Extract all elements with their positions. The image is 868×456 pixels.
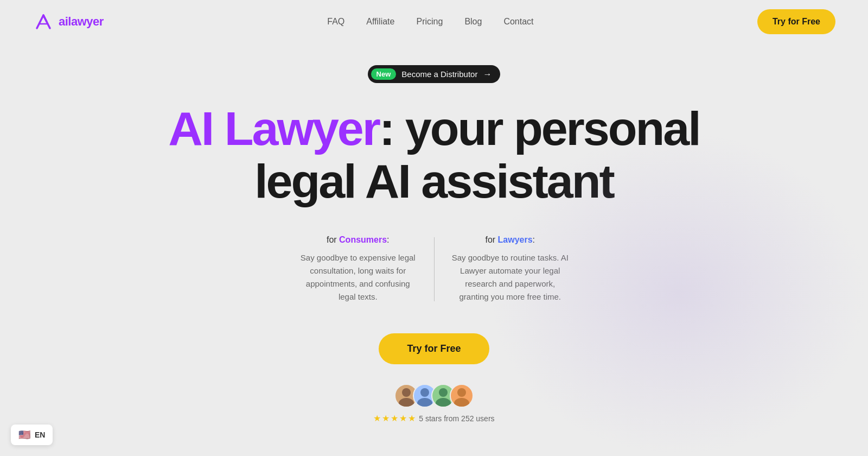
language-selector[interactable]: 🇺🇸 EN	[11, 425, 53, 445]
logo[interactable]: ailawyer	[33, 11, 104, 33]
headline-title: AI Lawyer: your personal legal AI assist…	[168, 103, 699, 208]
main-content: New Become a Distributor → AI Lawyer: yo…	[0, 43, 868, 423]
headline-part3: legal AI assistant	[254, 154, 614, 208]
headline: AI Lawyer: your personal legal AI assist…	[168, 103, 699, 208]
nav-links: FAQ Affiliate Pricing Blog Contact	[327, 17, 533, 27]
nav-item-pricing[interactable]: Pricing	[416, 17, 443, 27]
nav-try-button[interactable]: Try for Free	[757, 9, 835, 34]
distributor-badge[interactable]: New Become a Distributor →	[368, 65, 501, 83]
consumers-column: for Consumers: Say goodbye to expensive …	[282, 235, 434, 303]
logo-icon	[33, 11, 54, 33]
avatar	[450, 384, 474, 408]
headline-part2: : your personal	[379, 102, 700, 155]
svg-point-2	[420, 388, 429, 397]
review-count: 5 stars from 252 users	[419, 414, 494, 423]
stars-text: ★★★★★ 5 stars from 252 users	[373, 413, 494, 423]
svg-point-0	[402, 388, 411, 397]
svg-point-5	[436, 398, 451, 407]
social-proof: ★★★★★ 5 stars from 252 users	[373, 384, 494, 423]
lawyers-column: for Lawyers: Say goodbye to routine task…	[435, 235, 586, 303]
badge-new-label: New	[371, 68, 397, 80]
consumers-title: for Consumers:	[298, 235, 418, 245]
description-row: for Consumers: Say goodbye to expensive …	[282, 235, 586, 303]
main-cta-button[interactable]: Try for Free	[379, 333, 489, 364]
logo-text: ailawyer	[59, 15, 104, 29]
nav-item-blog[interactable]: Blog	[464, 17, 482, 27]
language-code: EN	[35, 430, 45, 439]
avatar-group	[394, 384, 474, 408]
svg-point-7	[454, 398, 469, 407]
lawyers-title: for Lawyers:	[451, 235, 570, 245]
navigation: ailawyer FAQ Affiliate Pricing Blog Cont…	[0, 0, 868, 43]
flag-icon: 🇺🇸	[18, 429, 30, 441]
nav-item-faq[interactable]: FAQ	[327, 17, 344, 27]
svg-point-6	[457, 388, 466, 397]
nav-item-contact[interactable]: Contact	[503, 17, 533, 27]
badge-arrow-icon: →	[483, 69, 492, 79]
svg-point-4	[439, 388, 448, 397]
nav-item-affiliate[interactable]: Affiliate	[366, 17, 394, 27]
lawyers-body: Say goodbye to routine tasks. AI Lawyer …	[451, 251, 570, 303]
svg-point-3	[417, 398, 432, 407]
badge-text: Become a Distributor	[401, 69, 477, 79]
consumers-body: Say goodbye to expensive legal consultat…	[298, 251, 418, 303]
svg-point-1	[399, 398, 414, 407]
headline-part1: AI Lawyer	[168, 102, 379, 155]
star-icons: ★★★★★	[373, 414, 417, 423]
